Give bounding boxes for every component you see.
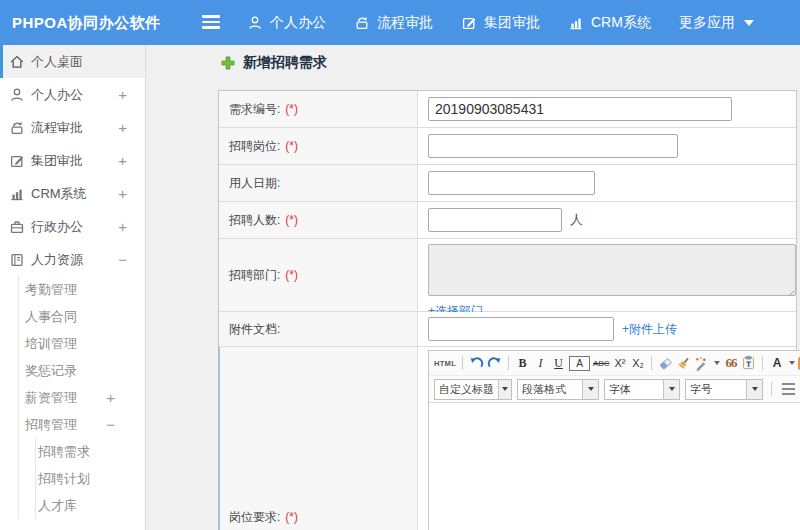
editor-content[interactable] [429, 403, 800, 530]
sidebar-subgroup: 招聘需求招聘计划人才库 [35, 438, 145, 519]
menu-toggle-icon[interactable] [202, 15, 220, 30]
sidebar-item-label: 招聘计划 [38, 470, 90, 488]
caret-down-icon[interactable] [714, 361, 720, 365]
bold-button[interactable]: B [515, 354, 530, 372]
date-input[interactable] [428, 171, 595, 195]
toolbar-separator [651, 356, 652, 370]
select-value: 字号 [686, 382, 746, 397]
nav-item-group-approval[interactable]: 集团审批 [461, 14, 540, 32]
expand-plus-icon[interactable]: + [118, 152, 127, 169]
sidebar-item-group-approval[interactable]: 集团审批+ [0, 144, 145, 177]
heading-style-select[interactable]: 自定义标题 [434, 379, 512, 400]
font-box-button[interactable]: A [569, 356, 590, 371]
sidebar-item-salary-management[interactable]: 薪资管理+ [19, 384, 145, 411]
form-row-position: 招聘岗位:(*) [219, 128, 796, 165]
sidebar-item-crm-system[interactable]: CRM系统+ [0, 177, 145, 210]
sidebar-item-reward-punishment-records[interactable]: 奖惩记录 [19, 357, 145, 384]
sidebar: 个人桌面个人办公+流程审批+集团审批+CRM系统+行政办公+人力资源−考勤管理人… [0, 45, 146, 530]
sidebar-item-personnel-contract[interactable]: 人事合同 [19, 303, 145, 330]
nav-item-crm-system[interactable]: CRM系统 [568, 14, 651, 32]
collapse-minus-icon[interactable]: − [118, 251, 127, 268]
sidebar-item-recruitment-requirement[interactable]: 招聘需求 [36, 438, 145, 465]
sidebar-item-label: 行政办公 [31, 218, 83, 236]
page-title: 新增招聘需求 [221, 54, 327, 72]
sidebar-item-workflow-approval[interactable]: 流程审批+ [0, 111, 145, 144]
expand-plus-icon[interactable]: + [118, 218, 127, 235]
font-size-select[interactable]: 字号 [685, 379, 763, 400]
subscript-button[interactable]: X₂ [630, 354, 645, 372]
sidebar-item-label: 招聘需求 [38, 443, 90, 461]
attachment-upload-link[interactable]: +附件上传 [622, 321, 677, 338]
paste-text-button[interactable]: T [741, 354, 756, 372]
sidebar-item-attendance-management[interactable]: 考勤管理 [19, 276, 145, 303]
html-source-button[interactable]: HTML [434, 354, 456, 372]
expand-plus-icon[interactable]: + [118, 86, 127, 103]
sidebar-item-admin-office[interactable]: 行政办公+ [0, 210, 145, 243]
format-eraser-button[interactable] [658, 354, 673, 372]
caret-down-icon[interactable] [498, 380, 511, 399]
sidebar-item-personal-office[interactable]: 个人办公+ [0, 78, 145, 111]
department-textarea[interactable] [428, 244, 796, 296]
date-label: 用人日期: [219, 165, 418, 201]
nav-item-workflow-approval[interactable]: 流程审批 [354, 14, 433, 32]
sidebar-item-label: 个人办公 [31, 86, 83, 104]
sidebar-item-label: 流程审批 [31, 119, 83, 137]
expand-plus-icon[interactable]: + [118, 185, 127, 202]
position-input[interactable] [428, 134, 678, 158]
expand-plus-icon[interactable]: + [118, 119, 127, 136]
toolbar-separator [508, 356, 509, 370]
headcount-input[interactable] [428, 208, 562, 232]
sidebar-item-training-management[interactable]: 培训管理 [19, 330, 145, 357]
sidebar-item-personal-desktop[interactable]: 个人桌面 [0, 45, 145, 78]
form-row-headcount: 招聘人数:(*) 人 [219, 202, 796, 239]
sidebar-item-human-resources[interactable]: 人力资源− [0, 243, 145, 276]
sidebar-item-label: 考勤管理 [25, 281, 77, 299]
form-row-attachment: 附件文档: +附件上传 [219, 312, 796, 347]
redo-button[interactable] [487, 354, 502, 372]
required-marker: (*) [285, 139, 298, 153]
underline-button[interactable]: U [551, 354, 566, 372]
paragraph-format-select[interactable]: 段落格式 [517, 379, 599, 400]
quick-format-button[interactable] [676, 354, 691, 372]
align-left-button[interactable] [782, 383, 795, 395]
collapse-minus-icon[interactable]: − [106, 416, 115, 433]
caret-down-icon[interactable] [789, 361, 795, 365]
sidebar-item-recruitment-plan[interactable]: 招聘计划 [36, 465, 145, 492]
font-color-button[interactable]: A [769, 354, 784, 372]
superscript-button[interactable]: X² [612, 354, 627, 372]
rich-text-editor: HTMLBIUAABCX²X₂66TAa 自定义标题段落格式字体字号 [428, 350, 800, 530]
nav-item-more-apps[interactable]: 更多应用 [679, 14, 754, 32]
sidebar-item-label: 集团审批 [31, 152, 83, 170]
font-family-select[interactable]: 字体 [604, 379, 680, 400]
strikethrough-button[interactable]: ABC [593, 354, 609, 372]
sidebar-item-label: 人才库 [38, 497, 77, 515]
nav-item-label: 更多应用 [679, 14, 735, 32]
headcount-unit: 人 [570, 211, 583, 229]
sidebar-item-recruitment-management[interactable]: 招聘管理− [19, 411, 145, 438]
sidebar-item-talent-pool[interactable]: 人才库 [36, 492, 145, 519]
form-row-requirements: 岗位要求:(*) HTMLBIUAABCX²X₂66TAa 自定义标题段落格式字… [219, 347, 796, 530]
briefcase-icon [9, 219, 25, 235]
auto-typeset-button[interactable] [694, 354, 709, 372]
sidebar-item-label: 招聘管理 [25, 416, 77, 434]
caret-down-icon[interactable] [582, 380, 598, 399]
book-icon [9, 252, 25, 268]
attachment-input[interactable] [428, 317, 614, 341]
user-icon [247, 15, 263, 31]
req-no-input[interactable] [428, 97, 732, 121]
select-value: 自定义标题 [435, 382, 498, 397]
undo-button[interactable] [469, 354, 484, 372]
req-no-label: 需求编号:(*) [219, 91, 418, 127]
nav-item-personal-office[interactable]: 个人办公 [247, 14, 326, 32]
nav-item-label: 流程审批 [377, 14, 433, 32]
caret-down-icon[interactable] [746, 380, 762, 399]
expand-plus-icon[interactable]: + [106, 389, 115, 406]
caret-down-icon[interactable] [663, 380, 679, 399]
italic-button[interactable]: I [533, 354, 548, 372]
headcount-label: 招聘人数:(*) [219, 202, 418, 238]
toolbar-separator [762, 356, 763, 370]
select-value: 字体 [605, 382, 663, 397]
nav-item-label: 集团审批 [484, 14, 540, 32]
svg-text:T: T [746, 360, 752, 369]
blockquote-button[interactable]: 66 [723, 354, 738, 372]
